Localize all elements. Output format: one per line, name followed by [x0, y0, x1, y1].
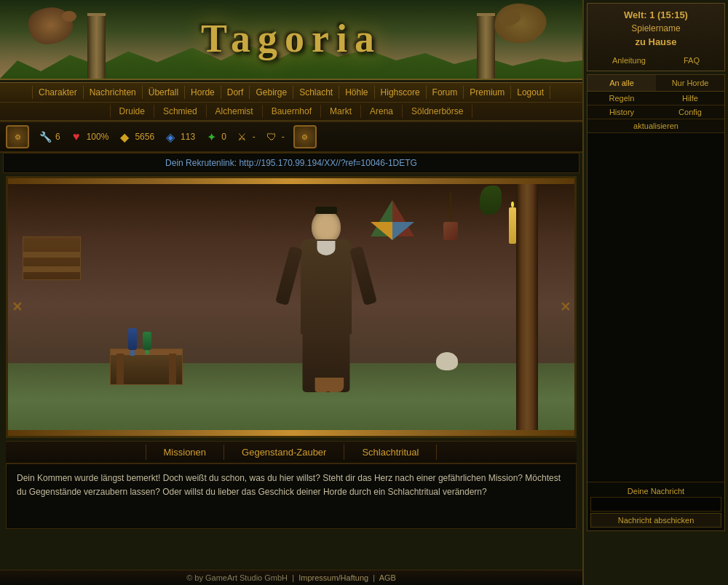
chat-action-row-2: History Config — [587, 106, 724, 119]
scene-post — [516, 178, 538, 436]
nav-nachrichten[interactable]: Nachrichten — [84, 86, 143, 99]
world-title: Welt: 1 (15:15) — [593, 9, 719, 20]
nav-arena[interactable]: Arena — [361, 105, 403, 118]
tab-gegenstand-zauber[interactable]: Gegenstand-Zauber — [224, 445, 344, 460]
scene-bottle-green — [143, 332, 151, 354]
gem-icon: ◈ — [163, 130, 178, 144]
scene-corner-right: ✕ — [560, 299, 571, 315]
nav-charakter[interactable]: Charakter — [32, 86, 84, 99]
nav-ueberfall[interactable]: Überfall — [143, 86, 185, 99]
chat-action-row-1: Regeln Hilfe — [587, 92, 724, 106]
health-status: ♥ 100% — [69, 130, 109, 144]
main-area: Tagoria Charakter Nachrichten Überfall H… — [0, 0, 582, 585]
scene-corner-left: ✕ — [12, 299, 23, 315]
scene-shelf-left — [23, 236, 81, 280]
gold-value: 5656 — [135, 132, 154, 142]
action-tabs: Missionen Gegenstand-Zauber Schlachtritu… — [6, 441, 577, 463]
chat-input-area: Deine Nachricht Nachricht abschicken — [587, 482, 724, 530]
footer-impressum[interactable]: Impressum/Haftung — [298, 573, 368, 582]
sword-icon: ⚔ — [235, 130, 250, 144]
world-info: Welt: 1 (15:15) Spielername zu Hause Anl… — [587, 3, 725, 71]
extra-status: ⚔ - — [235, 130, 256, 144]
nav-horde[interactable]: Horde — [185, 86, 221, 99]
nav-premium[interactable]: Premium — [464, 86, 511, 99]
footer: © by GameArt Studio GmbH | Impressum/Haf… — [0, 570, 582, 585]
special-status: ✦ 0 — [204, 130, 226, 144]
chat-input-label: Deine Nachricht — [590, 485, 721, 497]
chat-message-input[interactable] — [590, 497, 721, 512]
nav-highscore[interactable]: Highscore — [375, 86, 427, 99]
extra2-status: 🛡 - — [264, 130, 285, 144]
extra-value: - — [253, 132, 256, 142]
scene-skull — [436, 352, 458, 370]
anleitung-link[interactable]: Anleitung — [612, 56, 646, 65]
faq-link[interactable]: FAQ — [684, 56, 700, 65]
recruit-label: Dein Rekrutenlink: — [165, 158, 237, 168]
special-icon: ✦ — [204, 130, 218, 144]
chat-tabs: An alle Nur Horde — [587, 75, 724, 92]
header-banner: Tagoria — [0, 0, 582, 80]
nav-alchemist[interactable]: Alchemist — [207, 105, 263, 118]
status-frame-left: ⚙ — [6, 125, 29, 148]
recruit-area: Dein Rekrutenlink: http://195.170.99.194… — [3, 153, 579, 173]
shield-icon: 🛡 — [264, 130, 279, 144]
dialog-area: Dein Kommen wurde längst bemerkt! Doch w… — [6, 463, 577, 529]
tab-schlachtritual[interactable]: Schlachtritual — [344, 445, 437, 460]
tool-value: 6 — [55, 132, 60, 142]
chat-history[interactable]: History — [587, 106, 656, 119]
scene-bottom-border — [8, 430, 574, 436]
recruit-link[interactable]: http://195.170.99.194/XX//?ref=10046-1DE… — [239, 158, 417, 168]
page-wrapper: Tagoria Charakter Nachrichten Überfall H… — [0, 0, 728, 585]
chat-action-row-3: aktualisieren — [587, 119, 724, 133]
side-panel: Welt: 1 (15:15) Spielername zu Hause Anl… — [582, 0, 728, 585]
health-icon: ♥ — [69, 130, 84, 144]
nav-soeldnerboerse[interactable]: Söldnerbörse — [403, 105, 472, 118]
chat-panel: An alle Nur Horde Regeln Hilfe History C… — [587, 74, 725, 531]
nav-dorf[interactable]: Dorf — [221, 86, 250, 99]
gem-value: 113 — [181, 132, 195, 142]
player-name-display: Spielername — [593, 23, 719, 33]
scene-tapestry — [371, 200, 414, 240]
chat-regeln[interactable]: Regeln — [587, 92, 656, 105]
scene-bottle-blue — [128, 328, 137, 356]
gold-status: ◆ 5656 — [117, 130, 154, 144]
extra2-value: - — [282, 132, 285, 142]
status-bar: ⚙ 🔧 6 ♥ 100% ◆ 5656 ◈ 113 ✦ 0 ⚔ — [0, 121, 582, 153]
scene-top-border — [8, 178, 574, 184]
nav-schmied[interactable]: Schmied — [154, 105, 207, 118]
footer-agb[interactable]: AGB — [379, 573, 396, 582]
nav-hoehle[interactable]: Höhle — [339, 86, 374, 99]
chat-messages[interactable] — [587, 133, 724, 482]
top-nav: Charakter Nachrichten Überfall Horde Dor… — [0, 82, 582, 103]
nav-logout[interactable]: Logout — [511, 86, 550, 99]
nav-bauernhof[interactable]: Bauernhof — [263, 105, 321, 118]
dialog-text: Dein Kommen wurde längst bemerkt! Doch w… — [17, 471, 566, 499]
chat-aktualisieren[interactable]: aktualisieren — [587, 119, 724, 132]
status-frame-right: ⚙ — [293, 125, 317, 148]
tool-status: 🔧 6 — [38, 130, 60, 144]
nav-gebirge[interactable]: Gebirge — [250, 86, 293, 99]
scene-plants — [480, 186, 502, 215]
chat-config[interactable]: Config — [656, 106, 724, 119]
left-creature — [29, 7, 80, 58]
game-scene: ✕ ✕ — [6, 176, 577, 438]
second-nav: Druide Schmied Alchemist Bauernhof Markt… — [0, 103, 582, 121]
special-value: 0 — [221, 132, 226, 142]
tool-icon: 🔧 — [38, 130, 52, 144]
tab-an-alle[interactable]: An alle — [587, 75, 656, 91]
chat-send-button[interactable]: Nachricht abschicken — [590, 513, 721, 528]
tab-nur-horde[interactable]: Nur Horde — [656, 75, 724, 91]
scene-character — [268, 203, 384, 392]
scene-hanging-items — [443, 193, 458, 240]
nav-druide[interactable]: Druide — [110, 105, 154, 118]
right-dragon — [495, 4, 561, 58]
nav-schlachte[interactable]: Schlacht — [293, 86, 339, 99]
nav-markt[interactable]: Markt — [321, 105, 361, 118]
nav-forum[interactable]: Forum — [427, 86, 464, 99]
health-value: 100% — [87, 132, 109, 142]
gem-status: ◈ 113 — [163, 130, 195, 144]
gold-icon: ◆ — [117, 130, 132, 144]
chat-hilfe[interactable]: Hilfe — [656, 92, 724, 105]
tab-missionen[interactable]: Missionen — [146, 445, 225, 460]
footer-copyright: © by GameArt Studio GmbH — [186, 573, 288, 582]
